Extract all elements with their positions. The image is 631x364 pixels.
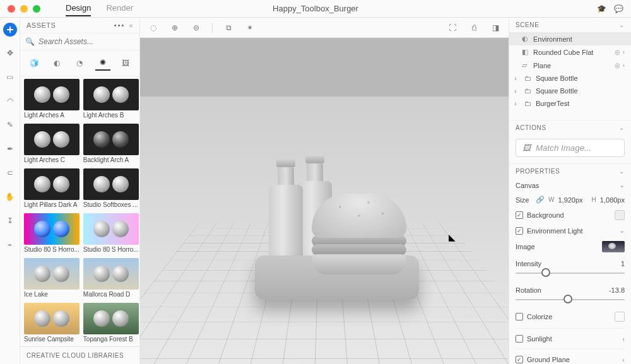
visibility-icon[interactable]: ◎	[615, 62, 620, 69]
move-tool-icon[interactable]: ✥	[3, 45, 18, 61]
lock-icon[interactable]: ‹	[623, 49, 625, 56]
wand-tool-icon[interactable]: ✎	[3, 117, 18, 132]
hand-tool-icon[interactable]: ✋	[3, 189, 18, 204]
viewport-3d[interactable]	[140, 38, 509, 364]
link-icon[interactable]: 🔗	[536, 196, 545, 204]
asset-item[interactable]: Topanga Forest B	[83, 303, 139, 344]
size-label: Size	[516, 196, 532, 204]
add-to-sel-icon[interactable]: ⊕	[169, 22, 180, 33]
scene-render	[223, 136, 425, 300]
height-value[interactable]: 1,080px	[600, 196, 625, 204]
snap-icon[interactable]: ⧉	[223, 22, 234, 33]
close-window[interactable]	[8, 5, 15, 13]
asset-tab-shapes-icon[interactable]: ◔	[72, 56, 87, 71]
select-rect-icon[interactable]: ▭	[3, 69, 18, 85]
background-swatch[interactable]	[615, 210, 625, 220]
scene-item-square-bottle-1[interactable]: ›🗀Square Bottle	[509, 72, 631, 85]
render-settings-icon[interactable]: ◨	[490, 22, 501, 33]
asset-item[interactable]: Light Arches C	[24, 124, 80, 165]
scene-item-environment[interactable]: ◐Environment	[509, 32, 631, 45]
ccl-header[interactable]: CREATIVE CLOUD LIBRARIES	[20, 346, 139, 364]
chevron-down-icon: ⌄	[619, 181, 625, 189]
ground-plane-checkbox[interactable]	[516, 356, 523, 363]
asset-item[interactable]: Studio 80 S Horro...	[83, 213, 139, 254]
search-icon: 🔍	[25, 37, 35, 46]
expand-icon[interactable]: ›	[514, 100, 521, 107]
asset-tab-lights-icon[interactable]: ✺	[95, 56, 110, 71]
scene-item-plane[interactable]: ▱Plane◎‹	[509, 59, 631, 72]
width-value[interactable]: 1,920px	[558, 196, 582, 204]
asset-item[interactable]: Sunrise Campsite	[24, 303, 80, 344]
chevron-right-icon[interactable]: ‹	[622, 335, 625, 343]
lasso-tool-icon[interactable]: ⊂	[3, 165, 18, 180]
rotation-slider[interactable]	[516, 294, 625, 304]
colorize-swatch[interactable]	[615, 312, 625, 322]
asset-item[interactable]: Light Pillars Dark A	[24, 168, 80, 209]
canvas-dropdown[interactable]: Canvas⌄	[516, 181, 625, 189]
chevron-down-icon[interactable]: ⌄	[619, 226, 625, 235]
tab-design[interactable]: Design	[66, 1, 91, 16]
asset-item[interactable]: Mallorca Road D	[83, 258, 139, 299]
chevron-down-icon[interactable]: ⌄	[619, 124, 625, 131]
colorize-checkbox[interactable]	[516, 313, 523, 320]
asset-item[interactable]: Studio 80 S Horro...	[24, 213, 80, 254]
assets-more-icon[interactable]: •••	[114, 21, 126, 29]
folder-icon: 🗀	[524, 74, 532, 82]
search-input[interactable]	[38, 37, 134, 46]
misc-tool-icon[interactable]: ⌁	[3, 237, 18, 252]
eyedropper-icon[interactable]: ✒	[3, 141, 18, 156]
minimize-window[interactable]	[20, 5, 28, 13]
asset-grid: Light Arches A Light Arches B Light Arch…	[20, 76, 139, 346]
env-light-checkbox[interactable]	[516, 227, 523, 235]
actions-header: ACTIONS	[516, 124, 546, 131]
frame-icon[interactable]: ⛶	[447, 22, 458, 33]
scene-header: SCENE	[516, 21, 539, 28]
rotation-value[interactable]: -13.8	[609, 286, 625, 294]
folder-icon: 🗀	[524, 87, 532, 95]
asset-item[interactable]: Studio Softboxes ...	[83, 168, 139, 209]
visibility-icon[interactable]: ◎	[615, 49, 620, 56]
match-image-button[interactable]: 🖼Match Image...	[516, 139, 625, 157]
document-title: Happy_Toolbox_Burger	[273, 4, 358, 13]
asset-item[interactable]: Backlight Arch A	[83, 124, 139, 165]
dolly-tool-icon[interactable]: ↧	[3, 213, 18, 228]
image-icon: 🖼	[522, 143, 531, 153]
learn-icon[interactable]: 🎓	[597, 4, 606, 13]
chevron-down-icon[interactable]: ⌄	[619, 168, 625, 175]
scene-item-burgertest[interactable]: ›🗀BurgerTest	[509, 97, 631, 110]
select-circle-icon[interactable]: ◌	[148, 22, 159, 33]
intensity-slider[interactable]	[516, 267, 625, 278]
intensity-value[interactable]: 1	[621, 260, 625, 267]
assets-collapse-icon[interactable]: «	[129, 21, 133, 29]
background-checkbox[interactable]	[516, 211, 523, 219]
scatter-icon[interactable]: ✶	[244, 22, 256, 33]
chevron-right-icon[interactable]: ‹	[622, 356, 625, 363]
subtract-sel-icon[interactable]: ⊖	[191, 22, 202, 33]
asset-tab-models-icon[interactable]: 🧊	[27, 56, 42, 71]
expand-icon[interactable]: ›	[514, 74, 521, 82]
add-button[interactable]	[3, 23, 17, 37]
camera-bookmark-icon[interactable]: ⎙	[468, 22, 480, 33]
asset-item[interactable]: Ice Lake	[24, 258, 80, 299]
cursor-icon: ◣	[449, 232, 456, 242]
asset-item[interactable]: Light Arches A	[24, 79, 80, 120]
tab-render[interactable]: Render	[106, 1, 133, 16]
chevron-down-icon[interactable]: ⌄	[619, 21, 625, 28]
properties-header: PROPERTIES	[516, 168, 560, 175]
asset-tab-materials-icon[interactable]: ◐	[49, 56, 64, 71]
env-image-thumb[interactable]	[602, 241, 625, 252]
zoom-window[interactable]	[33, 5, 40, 13]
expand-icon[interactable]: ›	[514, 87, 521, 95]
sunlight-checkbox[interactable]	[516, 335, 523, 343]
assets-header: ASSETS	[27, 21, 56, 29]
cube-icon: ◧	[522, 48, 529, 56]
folder-icon: 🗀	[524, 100, 532, 107]
orbit-tool-icon[interactable]: ◠	[3, 93, 18, 109]
plane-icon: ▱	[522, 61, 529, 69]
scene-item-rounded-cube[interactable]: ◧Rounded Cube Flat◎‹	[509, 45, 631, 59]
lock-icon[interactable]: ‹	[623, 62, 625, 69]
asset-tab-images-icon[interactable]: 🖼	[118, 56, 133, 71]
asset-item[interactable]: Light Arches B	[83, 79, 139, 120]
scene-item-square-bottle-2[interactable]: ›🗀Square Bottle	[509, 85, 631, 97]
feedback-icon[interactable]: 💬	[614, 4, 623, 13]
